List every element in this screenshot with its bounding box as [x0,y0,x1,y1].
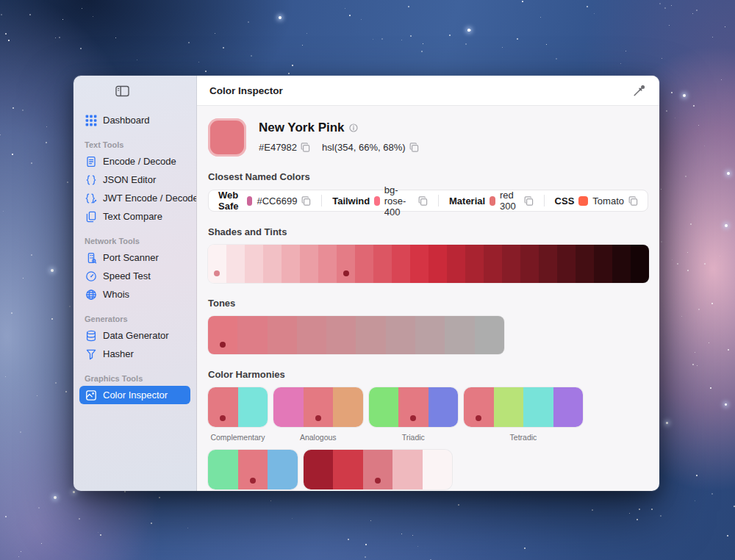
tone-segment[interactable] [445,316,474,354]
shade-segment[interactable] [300,245,318,283]
tones-bar[interactable] [208,316,504,354]
sidebar-item-hasher[interactable]: Hasher [79,345,190,363]
sidebar-item-text-compare[interactable]: Text Compare [79,207,190,226]
shade-segment[interactable] [502,245,520,283]
sidebar-item-label: Dashboard [103,115,150,126]
sidebar-item-encode-decode[interactable]: Encode / Decode [79,152,190,170]
divider [438,195,439,207]
shade-segment[interactable] [263,245,282,283]
tone-segment[interactable] [386,316,415,354]
braces-icon [85,173,97,186]
shade-segment[interactable] [226,245,245,283]
named-color-swatch[interactable] [578,196,588,206]
sidebar-item-dashboard[interactable]: Dashboard [79,111,190,129]
named-color-system: Tailwind [332,195,370,207]
harmony-swatch[interactable] [553,387,584,427]
tone-segment[interactable] [415,316,445,354]
shade-segment[interactable] [410,245,429,283]
harmony-swatch[interactable] [494,387,524,427]
sidebar-item-json-editor[interactable]: JSON Editor [79,170,190,189]
harmony-swatch[interactable] [333,387,363,427]
sidebar-item-label: Color Inspector [103,390,168,401]
shade-segment[interactable] [373,245,392,283]
harmony-group-split-complementary: Split Complementary [208,450,298,491]
tone-segment[interactable] [237,316,267,354]
named-color-value: #CC6699 [257,195,297,207]
tone-segment[interactable] [475,316,504,354]
current-color-swatch[interactable] [208,118,246,157]
sidebar-item-jwt-encode-decode[interactable]: JWT Encode / Decode [79,189,190,207]
harmony-swatch[interactable] [429,387,459,427]
harmony-swatch[interactable] [304,450,334,489]
named-color-swatch[interactable] [247,196,252,206]
titlebar[interactable] [74,76,196,107]
main-content: Color Inspector New York Pink [197,76,659,491]
eyedropper-icon[interactable] [632,83,647,98]
shade-segment[interactable] [318,245,337,283]
harmony-swatch[interactable] [333,450,363,489]
sidebar: DashboardText ToolsEncode / DecodeJSON E… [74,76,197,491]
shade-segment[interactable] [594,245,612,283]
sidebar-item-whois[interactable]: Whois [79,285,190,304]
shade-segment[interactable] [520,245,539,283]
copy-icon[interactable] [524,196,534,206]
harmony-group-complementary: Complementary [208,387,268,442]
sidebar-item-color-inspector[interactable]: Color Inspector [79,386,190,404]
sidebar-item-speed-test[interactable]: Speed Test [79,267,190,285]
shade-segment[interactable] [612,245,631,283]
named-color-swatch[interactable] [490,196,495,206]
harmony-swatch[interactable] [392,450,423,489]
harmony-swatch[interactable] [268,450,298,489]
shade-segment[interactable] [282,245,300,283]
shade-segment[interactable] [576,245,594,283]
shade-segment[interactable] [557,245,576,283]
hex-value: #E47982 [259,142,297,153]
documents-compare-icon [85,210,97,223]
shade-segment[interactable] [465,245,484,283]
named-color-entry: CSSTomato [555,195,638,207]
harmony-swatch[interactable] [208,450,238,489]
sidebar-item-label: Text Compare [103,211,162,222]
tone-segment[interactable] [208,316,237,354]
harmony-swatches [208,387,268,427]
info-icon[interactable] [349,123,358,132]
shade-segment[interactable] [447,245,465,283]
sidebar-item-data-generator[interactable]: Data Generator [79,326,190,345]
sidebar-item-label: Data Generator [103,330,169,341]
harmony-swatches [304,450,453,489]
tone-segment[interactable] [297,316,326,354]
shade-segment[interactable] [631,245,649,283]
copy-icon[interactable] [628,196,638,206]
sidebar-toggle-icon[interactable] [115,85,129,97]
tone-segment[interactable] [356,316,385,354]
color-position-marker [343,270,349,276]
shades-tints-bar[interactable] [208,245,649,283]
shade-segment[interactable] [429,245,447,283]
shade-segment[interactable] [392,245,410,283]
copy-icon[interactable] [418,196,428,206]
shade-segment[interactable] [208,245,226,283]
current-color-info: New York Pink #E47982 hsl(354, 66 [259,118,419,153]
copy-icon[interactable] [301,196,311,206]
sidebar-item-label: JSON Editor [103,174,156,185]
named-color-swatch[interactable] [374,196,380,206]
named-color-system: CSS [555,195,575,207]
harmony-swatch[interactable] [423,450,453,489]
copy-hsl-icon[interactable] [409,143,419,152]
harmony-swatches [369,387,459,427]
harmony-swatch[interactable] [273,387,304,427]
tone-segment[interactable] [326,316,356,354]
sidebar-item-port-scanner[interactable]: Port Scanner [79,248,190,267]
shade-segment[interactable] [355,245,373,283]
shade-segment[interactable] [245,245,263,283]
harmony-swatch[interactable] [238,387,268,427]
copy-hex-icon[interactable] [301,143,310,152]
shade-segment[interactable] [484,245,502,283]
shade-segment[interactable] [337,245,355,283]
sidebar-nav: DashboardText ToolsEncode / DecodeJSON E… [74,107,196,410]
tone-segment[interactable] [268,316,297,354]
shade-segment[interactable] [539,245,557,283]
harmony-swatch[interactable] [369,387,399,427]
harmony-group-monochromatic: Monochromatic [304,450,453,491]
harmony-swatch[interactable] [523,387,553,427]
